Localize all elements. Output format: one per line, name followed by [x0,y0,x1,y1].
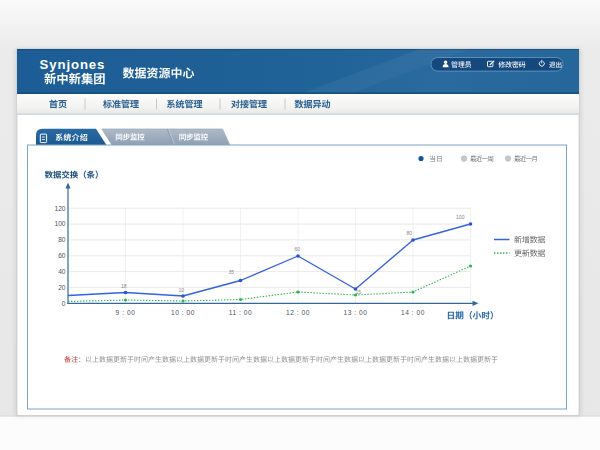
svg-text:20: 20 [58,284,66,291]
svg-text:13 : 00: 13 : 00 [343,309,367,316]
svg-text:100: 100 [54,220,65,227]
svg-text:80: 80 [407,230,413,236]
svg-text:15: 15 [356,289,362,295]
svg-text:80: 80 [58,236,66,243]
svg-text:9 : 00: 9 : 00 [116,309,136,316]
svg-text:0: 0 [62,300,66,307]
svg-text:10: 10 [179,287,185,293]
svg-text:60: 60 [295,246,301,252]
svg-text:14 : 00: 14 : 00 [401,309,425,316]
svg-text:10 : 00: 10 : 00 [171,309,195,316]
svg-text:35: 35 [229,269,235,275]
svg-text:120: 120 [54,205,65,212]
svg-text:11 : 00: 11 : 00 [229,309,253,316]
svg-text:12 : 00: 12 : 00 [286,309,310,316]
svg-text:Synjones: Synjones [40,57,106,72]
svg-text:60: 60 [58,252,66,259]
svg-text:18: 18 [121,283,127,289]
svg-text:40: 40 [58,268,66,275]
svg-text:100: 100 [456,214,465,220]
